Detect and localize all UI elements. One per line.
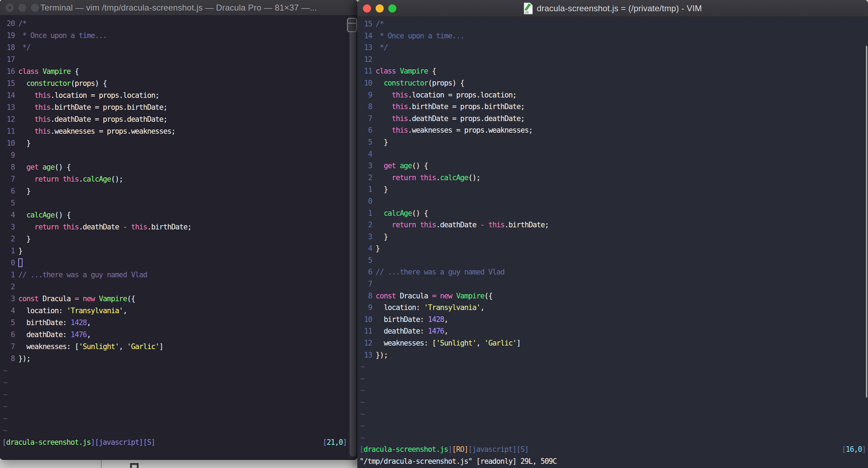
desktop: Terminal — vim /tmp/dracula-screenshot.j…	[0, 0, 868, 468]
code-token: calcAge	[83, 175, 111, 183]
tilde-line: ~	[357, 373, 868, 385]
code-token: .deathDate = props.deathDate;	[51, 115, 167, 124]
code-token: .	[436, 173, 440, 182]
code-token: [javascript][S]	[468, 445, 529, 454]
code-line: 5	[357, 255, 868, 267]
traffic-light-buttons	[363, 4, 396, 12]
line-number: 10	[357, 314, 372, 326]
code-line: 2 return this.deathDate - this.birthDate…	[357, 219, 868, 231]
code-token: }	[376, 233, 388, 241]
code-token	[376, 221, 392, 229]
vim-command-line	[0, 448, 357, 460]
line-number: 11	[357, 325, 372, 337]
close-button[interactable]	[363, 4, 371, 12]
code-line: 14 this.location = props.location;	[0, 89, 357, 101]
code-line: 0	[0, 257, 357, 269]
statusline-cursor-position: [21,0]	[323, 436, 347, 448]
code-token: [	[842, 445, 845, 454]
code-token: * Once upon a time...	[18, 31, 107, 40]
line-number: 11	[357, 65, 372, 77]
code-line: 7 return this.calcAge();	[0, 173, 357, 185]
code-token: const	[18, 295, 43, 303]
code-line: 1// ...there was a guy named Vlad	[0, 269, 357, 281]
traffic-light-buttons	[6, 4, 39, 12]
line-number: 9	[357, 302, 372, 314]
code-token: .location = props.location;	[51, 91, 159, 100]
minimize-button[interactable]	[18, 4, 26, 12]
code-line: 16class Vampire {	[0, 65, 357, 77]
code-token: weaknesses: [	[18, 342, 79, 351]
code-token: }	[18, 139, 30, 147]
code-token: }	[376, 244, 379, 253]
code-token: ({	[127, 295, 135, 303]
code-token: (props) {	[428, 79, 464, 87]
code-token: ,	[87, 330, 91, 339]
code-line: 4 calcAge() {	[0, 209, 357, 221]
code-token: 16,0	[846, 445, 862, 454]
code-token	[18, 127, 34, 135]
code-line: 15 constructor(props) {	[0, 77, 357, 89]
line-number: 8	[357, 290, 372, 302]
js-document-icon: JS	[523, 2, 533, 14]
terminal-scrollbar-thumb[interactable]	[350, 21, 356, 457]
zoom-button[interactable]	[31, 4, 39, 12]
code-token: birthDate:	[376, 315, 428, 324]
vim-statusline: [dracula-screenshot.js][javascript][S][2…	[0, 436, 357, 448]
code-line: 6 }	[0, 185, 357, 197]
code-token: age	[400, 162, 412, 170]
code-token: this	[392, 114, 408, 123]
code-line: 8 get age() {	[0, 161, 357, 173]
line-number: 15	[357, 18, 372, 30]
line-number: 3	[0, 221, 15, 233]
code-token: this	[131, 223, 147, 231]
code-token: this	[420, 221, 436, 229]
vim-cursor	[18, 258, 23, 267]
code-token: ,	[123, 306, 127, 315]
code-token: weaknesses: [	[376, 339, 436, 347]
code-line: 8});	[0, 353, 357, 365]
code-token: ]	[343, 438, 347, 447]
line-number: 2	[357, 172, 372, 184]
code-token: this	[63, 223, 79, 231]
line-number: 2	[357, 219, 372, 231]
zoom-button[interactable]	[388, 4, 396, 12]
vim-buffer-left[interactable]: 20/*19 * Once upon a time...18 */1716cla…	[0, 15, 357, 460]
line-number: 14	[0, 89, 15, 101]
code-token: Vampire	[456, 292, 484, 300]
code-token	[18, 211, 26, 219]
macvim-scrollbar[interactable]	[866, 46, 867, 398]
code-line: 10 }	[0, 137, 357, 149]
terminal-titlebar[interactable]: Terminal — vim /tmp/dracula-screenshot.j…	[0, 0, 357, 15]
code-line: 13 this.birthDate = props.birthDate;	[0, 101, 357, 113]
code-token: ,	[476, 339, 484, 347]
close-button[interactable]	[6, 4, 14, 12]
code-line: 4}	[357, 243, 868, 255]
code-token: deathDate:	[376, 327, 428, 335]
vim-buffer-right[interactable]: 15/*14 * Once upon a time...13 */1211cla…	[357, 17, 868, 468]
code-line: 2 return this.calcAge();	[357, 172, 868, 184]
code-token: }	[18, 187, 30, 195]
macvim-titlebar[interactable]: JS dracula-screenshot.js = (/private/tmp…	[357, 0, 868, 17]
code-line: 12	[357, 54, 868, 66]
code-token: */	[18, 43, 30, 52]
tilde-line: ~	[0, 424, 357, 436]
minimize-button[interactable]	[376, 4, 384, 12]
line-number: 3	[0, 293, 15, 305]
code-token: dracula-screenshot.js	[6, 438, 90, 447]
code-token: .birthDate = props.birthDate;	[51, 103, 167, 112]
code-token: this	[392, 126, 408, 134]
code-token	[376, 102, 392, 111]
code-token	[18, 91, 34, 100]
code-token: // ...there was a guy named Vlad	[18, 271, 147, 279]
split-pane-icon[interactable]	[347, 17, 357, 33]
code-line: 18 */	[0, 42, 357, 53]
code-token	[18, 103, 34, 112]
code-token: .deathDate = props.deathDate;	[408, 114, 525, 123]
vim-statusline: [dracula-screenshot.js][RO][javascript][…	[357, 444, 868, 456]
code-token	[18, 79, 26, 88]
code-token: Vampire	[400, 67, 432, 75]
line-number: 20	[0, 18, 15, 30]
code-token: ]	[159, 342, 163, 351]
code-line: 6 this.weaknesses = props.weaknesses;	[357, 125, 868, 137]
code-token	[18, 163, 26, 171]
